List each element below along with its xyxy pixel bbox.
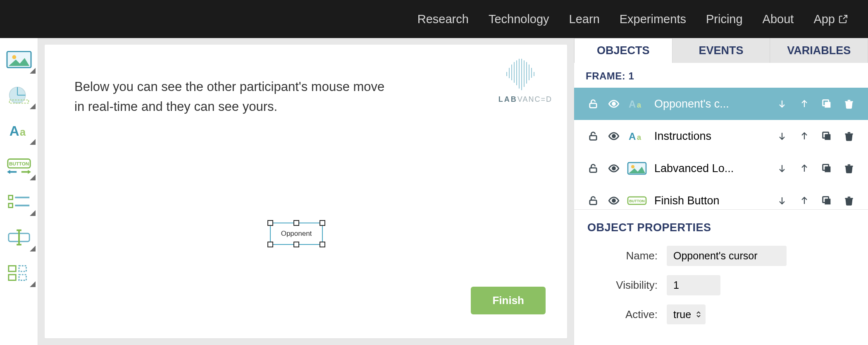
tool-list[interactable]	[2, 188, 36, 216]
svg-marker-13	[28, 170, 31, 174]
frame-label: FRAME: 1	[574, 63, 868, 88]
tool-expand-corner-icon	[30, 210, 36, 216]
move-up-icon[interactable]	[797, 193, 812, 208]
prop-active-select[interactable]: true	[667, 304, 706, 324]
circle-icon	[6, 85, 32, 105]
tool-image[interactable]	[2, 46, 36, 74]
prop-visibility-label: Visibility:	[587, 279, 658, 292]
finish-button[interactable]: Finish	[471, 287, 546, 314]
duplicate-icon[interactable]	[819, 129, 834, 144]
logo-suffix: VANC=D	[517, 95, 552, 103]
resize-handle-bm[interactable]	[293, 242, 299, 247]
nav-app-label: App	[813, 12, 835, 26]
main-area: A a BUTTON	[0, 38, 868, 345]
lock-icon[interactable]	[586, 193, 601, 208]
resize-handle-tl[interactable]	[267, 220, 273, 226]
eye-icon[interactable]	[606, 161, 621, 176]
canvas-wrap: Below you can see the other participant'…	[38, 38, 574, 345]
nav-technology[interactable]: Technology	[489, 12, 549, 26]
svg-rect-77	[845, 198, 853, 199]
move-down-icon[interactable]	[775, 193, 789, 208]
grid-icon	[6, 263, 32, 283]
nav-learn[interactable]: Learn	[569, 12, 600, 26]
resize-handle-br[interactable]	[320, 242, 325, 247]
trash-icon[interactable]	[842, 161, 856, 176]
trash-icon[interactable]	[842, 96, 856, 111]
selected-object-opponent[interactable]: Opponent	[270, 223, 323, 245]
object-type-icon: Aa	[627, 129, 647, 143]
inspector-tabs: OBJECTS EVENTS VARIABLES	[574, 38, 868, 63]
design-canvas[interactable]: Below you can see the other participant'…	[45, 45, 567, 338]
svg-marker-11	[7, 170, 10, 174]
svg-rect-14	[8, 196, 12, 200]
tool-input[interactable]	[2, 223, 36, 252]
resize-handle-tr[interactable]	[320, 220, 325, 226]
duplicate-icon[interactable]	[819, 193, 834, 208]
external-link-icon	[838, 14, 848, 24]
lock-icon[interactable]	[586, 96, 601, 111]
resize-handle-bl[interactable]	[267, 242, 273, 247]
lock-icon[interactable]	[586, 161, 601, 176]
svg-rect-57	[845, 134, 853, 135]
move-down-icon[interactable]	[775, 129, 789, 144]
trash-icon[interactable]	[842, 129, 856, 144]
object-row-0[interactable]: AaOpponent's c...	[574, 88, 868, 120]
svg-text:a: a	[19, 126, 26, 138]
object-row-1[interactable]: AaInstructions	[574, 120, 868, 152]
move-up-icon[interactable]	[797, 129, 812, 144]
move-down-icon[interactable]	[775, 96, 789, 111]
tool-circle[interactable]	[2, 81, 36, 109]
nav-research[interactable]: Research	[417, 12, 469, 26]
move-down-icon[interactable]	[775, 161, 789, 176]
brain-logo-icon	[498, 55, 543, 93]
duplicate-icon[interactable]	[819, 161, 834, 176]
svg-rect-66	[848, 164, 851, 165]
prop-visibility-input[interactable]	[667, 275, 720, 295]
move-up-icon[interactable]	[797, 161, 812, 176]
tool-grid[interactable]	[2, 259, 36, 287]
svg-text:BUTTON: BUTTON	[629, 199, 644, 203]
svg-point-69	[613, 199, 615, 202]
svg-rect-38	[590, 103, 596, 108]
trash-icon[interactable]	[842, 193, 856, 208]
tool-text[interactable]: A a	[2, 117, 36, 145]
svg-point-61	[631, 165, 634, 168]
svg-text:a: a	[637, 101, 641, 109]
svg-rect-56	[848, 132, 851, 133]
duplicate-icon[interactable]	[819, 96, 834, 111]
eye-icon[interactable]	[606, 96, 621, 111]
instructions-line1: Below you can see the other participant'…	[74, 77, 384, 97]
nav-about[interactable]: About	[763, 12, 794, 26]
svg-rect-24	[8, 275, 15, 280]
resize-handle-tm[interactable]	[293, 220, 299, 226]
tool-button[interactable]: BUTTON	[2, 152, 36, 180]
prop-name-input[interactable]	[667, 246, 787, 266]
eye-icon[interactable]	[606, 193, 621, 208]
tool-expand-corner-icon	[30, 139, 36, 145]
eye-icon[interactable]	[606, 129, 621, 144]
prop-active-label: Active:	[587, 308, 658, 321]
object-name: Instructions	[653, 130, 769, 143]
nav-experiments[interactable]: Experiments	[620, 12, 686, 26]
lock-icon[interactable]	[586, 129, 601, 144]
nav-app[interactable]: App	[813, 12, 848, 26]
instructions-line2: in real-time and they can see yours.	[74, 97, 384, 117]
selected-object-label: Opponent	[281, 230, 312, 238]
canvas-instructions: Below you can see the other participant'…	[74, 77, 384, 117]
object-row-3[interactable]: BUTTONFinish Button	[574, 184, 868, 210]
svg-rect-64	[825, 166, 830, 172]
tab-variables[interactable]: VARIABLES	[770, 38, 868, 63]
toolbox: A a BUTTON	[0, 38, 38, 345]
nav-pricing[interactable]: Pricing	[706, 12, 743, 26]
tab-objects[interactable]: OBJECTS	[574, 38, 672, 63]
svg-text:A: A	[629, 98, 636, 110]
svg-rect-48	[590, 136, 596, 140]
svg-rect-23	[19, 266, 26, 272]
svg-rect-44	[825, 102, 830, 108]
tab-events[interactable]: EVENTS	[672, 38, 770, 63]
svg-point-59	[613, 167, 615, 170]
object-row-2[interactable]: Labvanced Lo...	[574, 152, 868, 184]
move-up-icon[interactable]	[797, 96, 812, 111]
svg-rect-68	[590, 200, 596, 205]
properties-title: OBJECT PROPERTIES	[587, 221, 855, 234]
